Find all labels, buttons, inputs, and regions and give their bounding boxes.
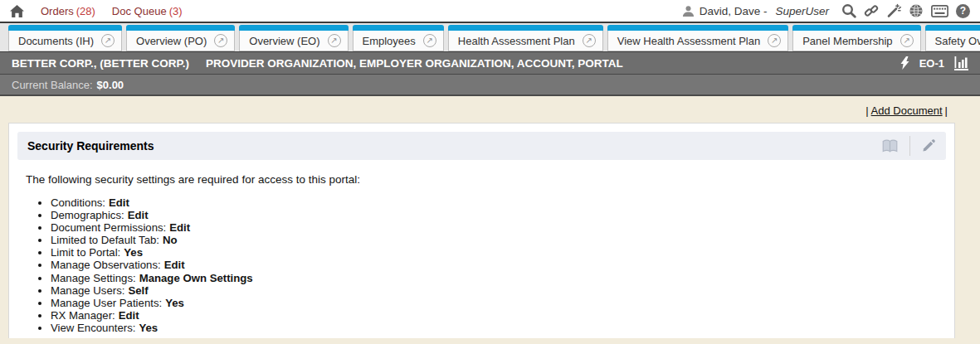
keyboard-icon[interactable] — [931, 5, 948, 17]
user-name: David, Dave - — [700, 5, 768, 17]
home-button[interactable] — [10, 5, 24, 17]
separator: | — [865, 104, 868, 117]
tab-popout-icon[interactable]: ↗ — [214, 34, 227, 47]
setting-label: Demographics: — [51, 209, 124, 221]
book-icon[interactable] — [878, 139, 902, 153]
tab-label: Panel Membership — [802, 35, 892, 47]
edit-pencil-icon[interactable] — [918, 138, 939, 153]
tab-popout-icon[interactable]: ↗ — [328, 34, 341, 47]
org-name: BETTER CORP., (BETTER CORP.) — [12, 57, 189, 70]
icon-divider — [909, 136, 910, 156]
bar-chart-icon[interactable] — [954, 56, 968, 70]
link-icon[interactable] — [864, 3, 879, 18]
security-setting-item: Conditions:Edit — [51, 196, 946, 209]
tab-popout-icon[interactable]: ↗ — [423, 34, 436, 47]
main-area: |Add Document| Security Requirements The… — [0, 96, 980, 342]
tab-accent-bar — [448, 25, 603, 31]
setting-value: Self — [128, 284, 148, 297]
separator: | — [945, 104, 948, 117]
tab-popout-icon[interactable]: ↗ — [900, 34, 914, 47]
tab-label: Health Assessment Plan — [458, 35, 575, 47]
setting-value: Edit — [164, 259, 185, 271]
tab-popout-icon[interactable]: ↗ — [101, 34, 115, 47]
tab-bar: Documents (IH) ↗ Overview (PO) ↗ Overvie… — [0, 23, 980, 51]
search-icon[interactable] — [841, 3, 856, 18]
portal-tab[interactable]: Safety Overview ↗ — [925, 25, 980, 51]
help-icon[interactable]: ? — [956, 4, 970, 18]
security-setting-item: RX Manager:Edit — [51, 309, 946, 322]
context-code: EO-1 — [919, 57, 944, 70]
document-actions-row: |Add Document| — [8, 96, 955, 123]
setting-label: Document Permissions: — [51, 221, 166, 234]
setting-value: No — [163, 234, 178, 246]
tab-accent-bar — [925, 25, 980, 31]
setting-value: Manage Own Settings — [139, 272, 253, 284]
tab-label: Employees — [363, 35, 416, 47]
home-icon — [10, 5, 24, 17]
security-setting-item: Limit to Portal:Yes — [51, 246, 946, 259]
setting-label: Limited to Default Tab: — [51, 234, 159, 246]
security-setting-item: Demographics:Edit — [51, 209, 946, 221]
nav-doc-queue-link[interactable]: Doc Queue(3) — [112, 5, 183, 17]
doc-queue-label: Doc Queue — [112, 5, 167, 17]
lightning-icon[interactable] — [900, 56, 909, 70]
tab-label: Overview (PO) — [136, 35, 207, 47]
setting-label: View Encounters: — [51, 322, 135, 334]
security-settings-list: Conditions:Edit Demographics:Edit Docume… — [17, 196, 946, 334]
orders-label: Orders — [41, 5, 74, 17]
balance-value: $0.00 — [97, 79, 124, 91]
portal-tab[interactable]: View Health Assessment Plan ↗ — [607, 25, 788, 51]
security-setting-item: Manage Users:Self — [51, 284, 946, 297]
tab-accent-bar — [353, 25, 444, 31]
tab-accent-bar — [126, 25, 235, 31]
tab-popout-icon[interactable]: ↗ — [768, 34, 781, 47]
setting-value: Edit — [128, 209, 149, 221]
security-requirements-panel: Security Requirements The following secu… — [8, 123, 955, 338]
user-role: SuperUser — [775, 5, 829, 17]
security-intro-text: The following security settings are requ… — [26, 173, 946, 186]
panel-header: Security Requirements — [17, 132, 946, 160]
portal-tab[interactable]: Overview (EO) ↗ — [239, 25, 348, 51]
user-menu[interactable]: David, Dave -SuperUser — [682, 5, 829, 17]
portal-tab[interactable]: Overview (PO) ↗ — [126, 25, 235, 51]
portal-tab[interactable]: Panel Membership ↗ — [792, 25, 920, 51]
balance-label: Current Balance: — [12, 79, 93, 91]
orders-count-badge: (28) — [76, 5, 95, 17]
security-setting-item: Manage Settings:Manage Own Settings — [51, 272, 946, 284]
setting-label: Manage Users: — [51, 284, 124, 297]
tab-accent-bar — [8, 25, 122, 31]
setting-value: Yes — [124, 246, 143, 259]
user-icon — [682, 5, 695, 17]
security-setting-item: Manage User Patients:Yes — [51, 297, 946, 309]
globe-icon[interactable] — [909, 3, 924, 18]
portal-tab[interactable]: Employees ↗ — [353, 25, 444, 51]
setting-value: Yes — [139, 322, 158, 334]
org-types: PROVIDER ORGANIZATION, EMPLOYER ORGANIZA… — [206, 57, 623, 70]
security-setting-item: View Encounters:Yes — [51, 322, 946, 334]
setting-value: Edit — [109, 196, 129, 209]
portal-tab[interactable]: Health Assessment Plan ↗ — [448, 25, 603, 51]
add-document-link[interactable]: Add Document — [871, 104, 943, 117]
setting-label: Limit to Portal: — [51, 246, 120, 259]
tab-label: Overview (EO) — [249, 35, 319, 47]
panel-header-actions — [878, 136, 939, 156]
setting-label: Manage Settings: — [51, 272, 136, 284]
balance-bar: Current Balance: $0.00 — [0, 75, 980, 96]
tab-label: Safety Overview — [935, 35, 980, 47]
setting-label: Conditions: — [51, 196, 105, 209]
portal-tab[interactable]: Documents (IH) ↗ — [8, 25, 122, 51]
security-setting-item: Document Permissions:Edit — [51, 221, 946, 234]
setting-value: Edit — [169, 221, 190, 234]
tab-label: View Health Assessment Plan — [617, 35, 760, 47]
tab-accent-bar — [239, 25, 348, 31]
top-bar: Orders(28) Doc Queue(3) David, Dave -Sup… — [0, 0, 980, 23]
nav-orders-link[interactable]: Orders(28) — [41, 5, 95, 17]
panel-title: Security Requirements — [27, 139, 154, 153]
security-setting-item: Manage Observations:Edit — [51, 259, 946, 271]
tab-accent-bar — [792, 25, 920, 31]
setting-label: RX Manager: — [51, 309, 115, 322]
wand-icon[interactable] — [886, 3, 901, 18]
tab-popout-icon[interactable]: ↗ — [583, 34, 596, 47]
tab-label: Documents (IH) — [18, 35, 94, 47]
doc-queue-count-badge: (3) — [169, 5, 183, 17]
